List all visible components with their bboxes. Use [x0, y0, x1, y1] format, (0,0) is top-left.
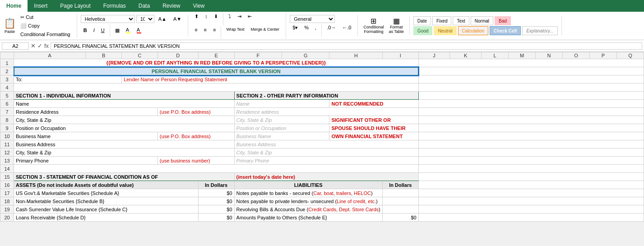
tab-insert[interactable]: Insert — [28, 0, 54, 12]
cell-18-I[interactable] — [382, 197, 418, 205]
align-bottom-button[interactable]: ⬇ — [211, 13, 221, 25]
cell-9-A[interactable]: Position or Occupation — [14, 124, 235, 132]
tab-home[interactable]: Home — [0, 0, 28, 12]
col-header-l[interactable]: L — [482, 52, 509, 59]
cell-19-A[interactable]: Cash Surrender Value Life Insurance {Sch… — [14, 205, 199, 214]
row-header-7[interactable]: 7 — [0, 108, 14, 116]
style-good[interactable]: Good — [413, 26, 432, 35]
row-header-4[interactable]: 4 — [0, 84, 14, 92]
cell-6-A[interactable]: Name — [14, 100, 235, 108]
cell-7-F[interactable]: Residence address — [234, 108, 418, 116]
cancel-icon[interactable]: ✕ — [31, 42, 36, 49]
row-header-11[interactable]: 11 — [0, 140, 14, 149]
row-header-17[interactable]: 17 — [0, 189, 14, 197]
tab-formulas[interactable]: Formulas — [97, 0, 132, 12]
tab-view[interactable]: View — [186, 0, 211, 12]
cell-1-A[interactable]: {{REMOVE AND OR EDIT ANYTHING IN RED BEF… — [14, 59, 419, 67]
row-header-16[interactable]: 16 — [0, 181, 14, 189]
cell-15-F[interactable]: (insert today's date here) — [234, 173, 418, 181]
formula-input[interactable] — [51, 42, 642, 50]
cell-11-A[interactable]: Business Address — [14, 140, 235, 149]
cell-20-A[interactable]: Loans Receivable {Schedule D} — [14, 214, 199, 222]
col-header-b[interactable]: B — [86, 52, 122, 59]
italic-button[interactable]: I — [91, 27, 97, 34]
cell-20-E[interactable]: $0 — [198, 214, 234, 222]
conditional-formatting-button[interactable]: ⊞ Conditional Formatting — [361, 17, 385, 35]
cell-15-A[interactable]: SECTION 3 - STATEMENT OF FINANCIAL CONDI… — [14, 173, 235, 181]
wrap-text-button[interactable]: Wrap Text — [223, 26, 247, 39]
bold-button[interactable]: B — [81, 27, 90, 34]
cell-20-I[interactable]: $0 — [382, 214, 418, 222]
style-fixed[interactable]: Fixed — [432, 16, 451, 25]
fill-color-button[interactable]: A — [123, 26, 133, 34]
cell-18-F[interactable]: Notes payable to private lenders- unsecu… — [234, 197, 382, 205]
col-header-e[interactable]: E — [198, 52, 234, 59]
function-icon[interactable]: fx — [44, 42, 49, 49]
style-normal[interactable]: Normal — [471, 16, 493, 25]
style-neutral[interactable]: Neutral — [434, 26, 456, 35]
align-center-button[interactable]: ≡ — [201, 26, 209, 39]
row-header-10[interactable]: 10 — [0, 132, 14, 140]
cell-17-A[interactable]: US Gov't.& Marketable Securities {Schedu… — [14, 189, 199, 197]
tab-page-layout[interactable]: Page Layout — [54, 0, 97, 12]
cell-5-F[interactable]: SECTION 2 - OTHER PARTY INFORMATION — [234, 92, 418, 100]
row-header-8[interactable]: 8 — [0, 116, 14, 124]
cell-11-F[interactable]: Business Address — [234, 140, 418, 149]
cell-19-I[interactable] — [382, 205, 418, 214]
col-header-c[interactable]: C — [122, 52, 158, 59]
indent-increase-button[interactable]: ⇥ — [235, 13, 244, 25]
cell-3-C[interactable]: Lender Name or Person Requesting Stateme… — [122, 75, 419, 84]
cell-4-A[interactable] — [14, 84, 419, 92]
cell-12-A[interactable]: City, State & Zip — [14, 149, 235, 157]
style-check-cell[interactable]: Check Cell — [490, 26, 521, 35]
cell-8-A[interactable]: City, State & Zip — [14, 116, 235, 124]
row-header-3[interactable]: 3 — [0, 75, 14, 84]
row-header-1[interactable]: 1 — [0, 59, 14, 67]
format-as-table-button[interactable]: ▦ Format as Table — [387, 17, 406, 35]
indent-decrease-button[interactable]: ⇤ — [245, 13, 255, 25]
cell-19-F[interactable]: Revolving Bills & Accounts Due (Credit C… — [234, 205, 382, 214]
cell-13-A[interactable]: Primary Phone — [14, 157, 158, 165]
decrease-decimal-button[interactable]: ←.0 — [339, 24, 354, 37]
comma-button[interactable]: , — [312, 24, 319, 37]
cell-2-A[interactable]: PERSONAL FINANCIAL STATEMENT BLANK VERSI… — [14, 67, 419, 75]
col-header-a[interactable]: A — [14, 52, 86, 59]
align-middle-button[interactable]: ↕ — [202, 13, 210, 25]
col-header-k[interactable]: K — [450, 52, 482, 59]
percent-button[interactable]: % — [301, 24, 311, 37]
cell-18-A[interactable]: Non-Marketable Securities {Schedule B} — [14, 197, 199, 205]
cell-7-D[interactable]: (use P.O. Box address) — [158, 108, 234, 116]
cell-14-A[interactable] — [14, 165, 419, 173]
cell-17-E[interactable]: $0 — [198, 189, 234, 197]
col-header-m[interactable]: M — [509, 52, 536, 59]
row-header-15[interactable]: 15 — [0, 173, 14, 181]
cell-20-F[interactable]: Amounts Payable to Others {Schedule E} — [234, 214, 382, 222]
cell-9-F[interactable]: Position or Occupation — [234, 124, 329, 132]
cut-button[interactable]: ✂ Cut — [18, 14, 73, 21]
col-header-q[interactable]: Q — [617, 52, 644, 59]
col-header-d[interactable]: D — [158, 52, 198, 59]
cell-5-A[interactable]: SECTION 1 - INDIVIDUAL INFORMATION — [14, 92, 235, 100]
cell-reference-box[interactable] — [2, 42, 29, 50]
style-text[interactable]: Text — [453, 16, 469, 25]
cell-7-A[interactable]: Residence Address — [14, 108, 158, 116]
col-header-f[interactable]: F — [234, 52, 282, 59]
increase-decimal-button[interactable]: .0→ — [324, 24, 338, 37]
row-header-14[interactable]: 14 — [0, 165, 14, 173]
font-family-select[interactable]: Helvetica — [81, 15, 135, 23]
col-header-h[interactable]: H — [329, 52, 382, 59]
confirm-icon[interactable]: ✓ — [37, 42, 42, 49]
align-top-button[interactable]: ⬆ — [192, 13, 201, 25]
col-header-j[interactable]: J — [418, 52, 450, 59]
style-calculation[interactable]: Calculation — [458, 26, 488, 35]
format-painter-button[interactable]: Conditional Formatting — [18, 31, 73, 38]
style-bad[interactable]: Bad — [495, 16, 511, 25]
col-header-p[interactable]: P — [590, 52, 617, 59]
cell-10-D[interactable]: (use P.O. Box address) — [158, 132, 234, 140]
copy-button[interactable]: ⬜ Copy — [18, 22, 73, 30]
tab-data[interactable]: Data — [132, 0, 156, 12]
col-header-i[interactable]: I — [382, 52, 418, 59]
row-header-9[interactable]: 9 — [0, 124, 14, 132]
align-left-button[interactable]: ≡ — [192, 26, 200, 39]
row-header-5[interactable]: 5 — [0, 92, 14, 100]
